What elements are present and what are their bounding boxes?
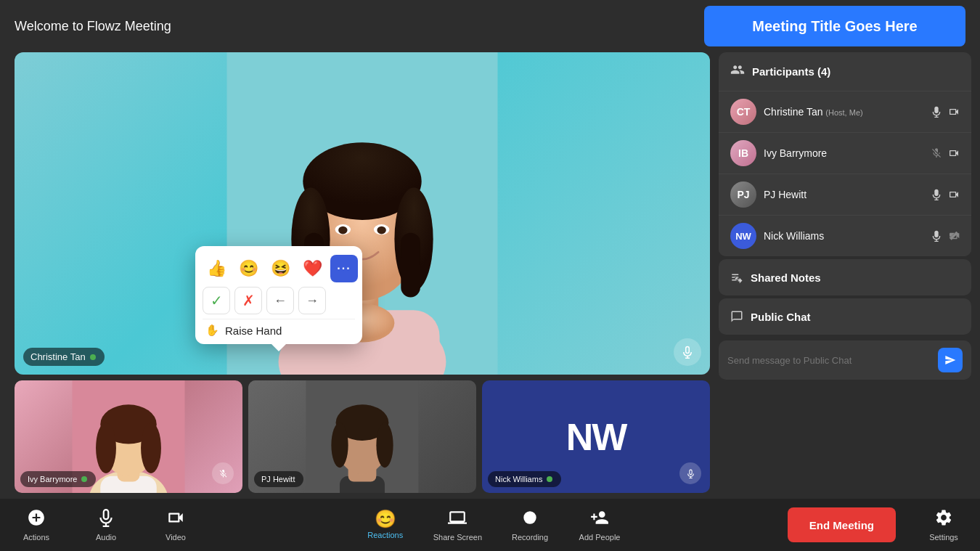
svg-point-13 [377,226,385,234]
videocam-icon [166,508,185,527]
participants-section: Participants (4) CT Christine Tan (Host,… [719,52,971,256]
thumb-pj: PJ Hewitt 👍 😊 😆 ❤️ ··· ✓ ✗ ← → [248,380,476,493]
share-screen-button[interactable]: Share Screen [433,508,482,542]
thumb-ivy-mic-btn[interactable] [212,462,234,484]
avatar-pj: PJ [730,181,756,208]
person-icon [730,62,745,77]
reactions-icon: 😊 [375,510,396,528]
thumb-nw-name: Nick Williams [495,475,542,483]
video-area: Christine Tan [0,52,719,499]
participant-name-christine: Christine Tan (Host, Me) [764,106,923,118]
reactions-button[interactable]: 😊 Reactions [364,510,407,539]
thumb-ivy: Ivy Barrymore [15,380,242,493]
audio-button[interactable]: Audio [84,508,128,542]
recording-button[interactable]: Recording [508,508,552,542]
svg-point-22 [141,423,161,473]
video-button[interactable]: Video [154,508,197,542]
participant-name-ivy: Ivy Barrymore [764,147,923,159]
recording-icon [520,508,539,530]
actions-button[interactable]: Actions [15,508,58,542]
svg-point-29 [376,423,393,468]
participant-controls-ivy [931,147,960,159]
avatar-ivy: IB [730,140,756,166]
shared-notes-label: Shared Notes [751,272,821,284]
shared-notes-button[interactable]: Shared Notes [719,259,971,295]
mic-muted-icon [219,469,228,478]
host-badge: (Host, Me) [825,108,862,117]
thumb-nw-name-badge: Nick Williams [488,471,561,487]
video-on-icon-pj [948,189,960,200]
toolbar-left: Actions Audio Video [15,508,197,542]
thumb-ivy-status [81,476,87,482]
share-screen-label: Share Screen [433,533,482,542]
audio-label: Audio [96,533,116,542]
chat-input[interactable] [727,355,932,366]
thumbnail-row: Ivy Barrymore [15,380,710,493]
participant-item-nick: NW Nick Williams [719,215,971,256]
plus-icon [27,508,46,527]
meeting-title-button[interactable]: Meeting Title Goes Here [704,6,965,46]
add-people-icon [590,508,609,530]
participants-header[interactable]: Participants (4) [719,52,971,91]
mic-muted-icon-ivy [931,147,942,159]
reactions-label: Reactions [367,531,403,539]
participant-name-pj: PJ Hewitt [764,189,923,200]
person-add-icon [590,508,609,527]
participants-icon [730,62,745,81]
svg-point-28 [331,423,348,468]
thumb-nw-mic-btn[interactable] [679,462,701,484]
notes-icon [730,271,743,284]
end-meeting-button[interactable]: End Meeting [788,507,896,542]
participant-controls-christine [931,106,960,118]
thumb-nw: NW Nick Williams [482,380,710,493]
main-video-status-dot [90,354,96,360]
participants-title: Participants (4) [752,65,830,78]
video-label: Video [166,533,186,542]
mic-on-icon-ct [931,106,942,118]
main-video-mic-button[interactable] [674,338,701,366]
participant-item-christine: CT Christine Tan (Host, Me) [719,91,971,132]
participant-list: CT Christine Tan (Host, Me) [719,91,971,256]
settings-label: Settings [929,533,958,542]
thumb-pj-name: PJ Hewitt [261,475,295,483]
svg-point-12 [338,226,347,234]
nw-initials: NW [566,415,626,459]
add-people-button[interactable]: Add People [578,508,621,542]
screen-share-icon [448,508,467,527]
svg-rect-9 [401,233,420,298]
audio-icon [97,508,115,530]
avatar-christine: CT [730,99,756,125]
participant-item-ivy: IB Ivy Barrymore [719,132,971,174]
participant-name-nick: Nick Williams [764,230,923,242]
main-content: Christine Tan [0,52,980,499]
record-icon [520,508,539,527]
chat-input-area [719,340,971,380]
actions-label: Actions [23,533,49,542]
video-on-icon-ct [948,106,960,118]
welcome-text: Welcome to Flowz Meeting [15,19,171,34]
chat-send-button[interactable] [938,348,963,372]
participant-controls-nick [931,230,960,242]
nw-mic-icon [686,469,695,478]
thumb-nw-status [547,476,552,482]
send-icon [944,354,956,366]
video-on-icon-ivy [948,147,960,159]
thumb-pj-name-badge: PJ Hewitt [254,471,303,487]
share-screen-icon [448,508,467,530]
svg-point-21 [96,423,116,473]
participant-controls-pj [931,189,960,200]
thumb-ivy-name: Ivy Barrymore [28,475,77,483]
participant-item-pj: PJ PJ Hewitt [719,174,971,215]
public-chat-button[interactable]: Public Chat [719,298,971,335]
sidebar: Participants (4) CT Christine Tan (Host,… [719,52,980,499]
actions-icon [27,508,46,530]
settings-icon [934,508,953,530]
public-chat-label: Public Chat [751,311,811,323]
settings-button[interactable]: Settings [922,508,965,542]
recording-label: Recording [512,533,548,542]
video-person-svg [15,52,710,375]
mic-on-icon-pj [931,189,942,200]
main-video-name: Christine Tan [30,351,86,362]
main-video: Christine Tan [15,52,710,375]
add-people-label: Add People [579,533,621,542]
